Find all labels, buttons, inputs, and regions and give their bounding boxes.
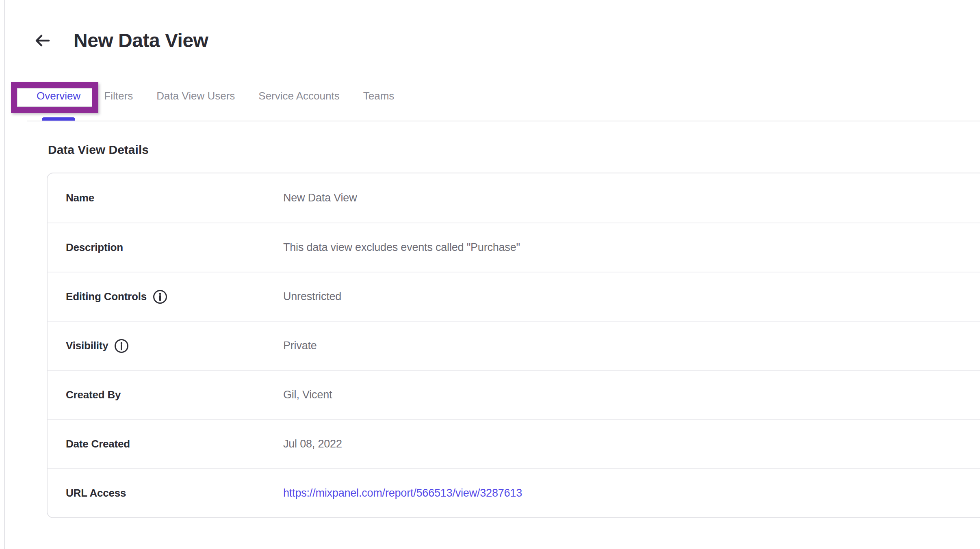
arrow-left-icon — [34, 32, 51, 49]
row-label: Date Created — [66, 438, 283, 450]
row-label: Name — [66, 192, 283, 204]
table-row-visibility: Visibility Private — [48, 321, 980, 370]
tab-overview-label: Overview — [37, 90, 80, 102]
table-row-editing-controls: Editing Controls Unrestricted — [48, 272, 980, 321]
row-label-text: Date Created — [66, 438, 130, 450]
tab-overview[interactable]: Overview — [37, 90, 80, 102]
url-access-link[interactable]: https://mixpanel.com/report/566513/view/… — [283, 487, 522, 499]
tab-teams[interactable]: Teams — [363, 90, 395, 102]
row-label-text: Name — [66, 192, 94, 204]
table-row-date-created: Date Created Jul 08, 2022 — [48, 419, 980, 468]
page-title: New Data View — [74, 29, 208, 52]
row-label-text: URL Access — [66, 487, 126, 499]
table-row-name: Name New Data View — [48, 173, 980, 223]
info-icon[interactable] — [152, 289, 168, 305]
row-value: Jul 08, 2022 — [283, 438, 342, 450]
row-value: New Data View — [283, 192, 357, 204]
row-label: Description — [66, 241, 283, 254]
row-value: This data view excludes events called "P… — [283, 241, 520, 254]
row-value: Unrestricted — [283, 290, 341, 303]
data-view-settings-page: New Data View Overview Filters Data View… — [0, 0, 980, 549]
row-label: Editing Controls — [66, 289, 283, 305]
info-icon[interactable] — [114, 338, 129, 354]
row-label-text: Visibility — [66, 339, 108, 352]
tab-service-accounts[interactable]: Service Accounts — [258, 90, 339, 102]
tab-filters[interactable]: Filters — [104, 90, 133, 102]
panel-edge-divider — [4, 0, 5, 549]
row-label-text: Description — [66, 241, 123, 254]
row-label-text: Editing Controls — [66, 290, 147, 303]
section-heading: Data View Details — [48, 143, 149, 157]
row-label: Visibility — [66, 338, 283, 354]
row-label-text: Created By — [66, 389, 121, 401]
tab-data-view-users[interactable]: Data View Users — [156, 90, 235, 102]
table-row-url-access: URL Access https://mixpanel.com/report/5… — [48, 468, 980, 517]
data-view-details-card: Name New Data View Description This data… — [47, 173, 980, 518]
page-header: New Data View — [34, 29, 208, 52]
back-button[interactable] — [34, 32, 51, 49]
row-value: Gil, Vicent — [283, 389, 332, 401]
tabbar-divider — [27, 121, 980, 121]
tab-bar: Overview Filters Data View Users Service… — [37, 90, 394, 102]
row-label: Created By — [66, 389, 283, 401]
table-row-created-by: Created By Gil, Vicent — [48, 370, 980, 419]
row-label: URL Access — [66, 487, 283, 499]
table-row-description: Description This data view excludes even… — [48, 223, 980, 272]
row-value: Private — [283, 339, 317, 352]
